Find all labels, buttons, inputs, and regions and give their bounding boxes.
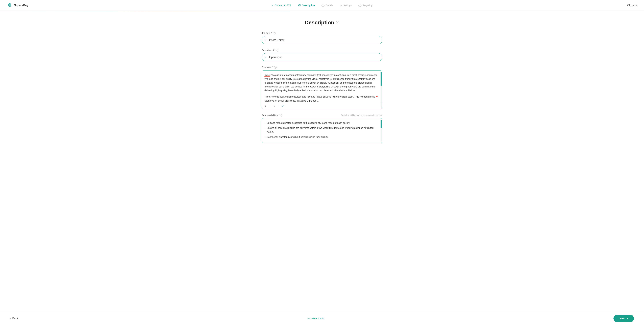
back-button[interactable]: ‹ Back [10, 317, 18, 320]
scroll-indicator[interactable] [380, 72, 382, 108]
overview-textarea-wrapper: Ryse Photo is a fast-paced photography c… [262, 70, 382, 109]
department-label: Department * ? [262, 49, 382, 52]
step-dot-icon [358, 4, 362, 7]
scroll-thumb [380, 72, 382, 86]
department-check-icon: ✓ [264, 56, 266, 59]
list-item-text: Confidently transfer files without compr… [267, 135, 328, 139]
italic-icon: I [270, 105, 270, 107]
app-header: SquarePeg ✓ Connect to ATS 🏷 Description… [0, 0, 644, 11]
checkmark-icon: ✓ [272, 4, 274, 7]
nav-steps: ✓ Connect to ATS 🏷 Description Details ⚙… [272, 4, 372, 7]
progress-bar [0, 11, 290, 12]
main-content: Description i Job Title * ? ✓ Department… [258, 12, 386, 168]
nav-step-label: Targeting [363, 4, 372, 7]
toolbar-divider [278, 105, 278, 107]
overview-label: Overview * ? [262, 66, 382, 69]
italic-button[interactable]: I [269, 104, 271, 108]
footer: ‹ Back ✏ Save & Exit Next › [0, 311, 644, 325]
department-group: Department * ? ✓ [262, 49, 382, 61]
link-icon: 🔗 [281, 105, 284, 107]
close-label: Close [627, 4, 634, 7]
responsibilities-scroll[interactable] [380, 120, 382, 142]
nav-step-label: Settings [343, 4, 352, 7]
list-item: Edit and retouch photos according to the… [264, 121, 378, 125]
overview-text-content: Ryse Photo is a fast-paced photography c… [264, 73, 378, 93]
info-symbol: i [338, 22, 338, 24]
nav-step-connect-to-ats[interactable]: ✓ Connect to ATS [272, 4, 291, 7]
info-icon[interactable]: i [336, 21, 339, 24]
job-title-input[interactable] [262, 36, 382, 44]
step-dot-icon [322, 4, 324, 7]
responsibilities-header: Responsibilities * ? Each line will be t… [262, 114, 382, 117]
gear-icon: ⚙ [340, 4, 342, 7]
job-title-help-icon[interactable]: ? [273, 32, 276, 35]
page-title: Description [305, 20, 334, 26]
responsibilities-list: Edit and retouch photos according to the… [264, 121, 378, 139]
overview-label-text: Overview * [262, 66, 273, 69]
job-title-label: Job Title * ? [262, 32, 382, 35]
responsibilities-box[interactable]: Edit and retouch photos according to the… [262, 118, 382, 143]
department-input[interactable] [262, 53, 382, 61]
job-title-input-wrapper: ✓ [262, 36, 382, 44]
link-button[interactable]: 🔗 [280, 104, 284, 108]
department-label-text: Department * [262, 49, 276, 52]
job-title-group: Job Title * ? ✓ [262, 32, 382, 44]
close-button[interactable]: Close ✕ [627, 4, 637, 7]
nav-step-settings[interactable]: ⚙ Settings [340, 4, 352, 7]
bold-button[interactable]: B [264, 104, 267, 108]
department-help-icon[interactable]: ? [276, 49, 279, 52]
list-item: Ensure all session galleries are deliver… [264, 126, 378, 134]
responsibilities-group: Responsibilities * ? Each line will be t… [262, 114, 382, 143]
next-chevron-icon: › [627, 317, 628, 320]
next-button[interactable]: Next › [614, 314, 634, 322]
underline-icon: U [274, 105, 275, 107]
overview-help-icon[interactable]: ? [274, 66, 277, 69]
list-item: Confidently transfer files without compr… [264, 135, 378, 139]
overview-text-second-para: Ryse Photo is seeking a meticulous and t… [264, 95, 378, 103]
nav-step-details[interactable]: Details [322, 4, 333, 7]
save-exit-label: Save & Exit [311, 317, 324, 320]
responsibilities-help-icon[interactable]: ? [280, 114, 283, 117]
department-input-wrapper: ✓ [262, 53, 382, 61]
close-icon: ✕ [635, 4, 637, 7]
logo-icon [7, 2, 13, 9]
red-dot-indicator [376, 96, 378, 97]
responsibilities-label: Responsibilities * ? [262, 114, 283, 117]
nav-step-label: Details [326, 4, 333, 7]
list-item-text: Edit and retouch photos according to the… [267, 121, 350, 125]
page-title-row: Description i [262, 20, 382, 26]
overview-group: Overview * ? Ryse Photo is a fast-paced … [262, 66, 382, 109]
list-item-text: Ensure all session galleries are deliver… [267, 126, 378, 134]
logo-area: SquarePeg [7, 2, 28, 9]
job-title-label-text: Job Title * [262, 32, 272, 35]
description-tab-icon: 🏷 [298, 4, 300, 7]
ryse-highlighted-word: Ryse [264, 74, 270, 77]
nav-step-label: Description [302, 4, 315, 7]
nav-step-description[interactable]: 🏷 Description [298, 4, 315, 7]
job-title-check-icon: ✓ [264, 39, 266, 42]
back-label: Back [12, 317, 18, 320]
save-exit-button[interactable]: ✏ Save & Exit [308, 317, 324, 320]
underline-button[interactable]: U [273, 104, 276, 108]
nav-step-targeting[interactable]: Targeting [358, 4, 372, 7]
responsibilities-hint: Each line will be treated as a separate … [341, 114, 382, 116]
back-chevron-icon: ‹ [10, 317, 11, 320]
overview-toolbar: B I U 🔗 [262, 103, 382, 109]
bold-icon: B [264, 105, 266, 107]
scroll-thumb [380, 120, 382, 128]
logo-text: SquarePeg [14, 4, 28, 7]
responsibilities-label-text: Responsibilities * [262, 114, 280, 117]
pencil-icon: ✏ [308, 317, 310, 320]
nav-step-label: Connect to ATS [275, 4, 291, 7]
next-label: Next [620, 317, 625, 320]
